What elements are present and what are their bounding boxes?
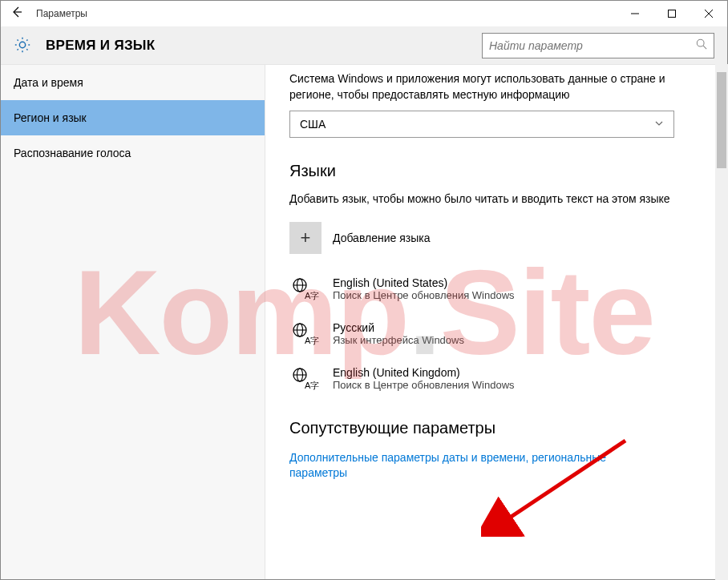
languages-description: Добавить язык, чтобы можно было читать и…: [289, 191, 703, 207]
body: Дата и время Регион и язык Распознавание…: [1, 65, 727, 579]
search-icon: [696, 38, 707, 52]
sidebar: Дата и время Регион и язык Распознавание…: [1, 65, 265, 579]
maximize-button[interactable]: [653, 1, 690, 26]
language-sub: Язык интерфейса Windows: [333, 334, 464, 346]
svg-text:A字: A字: [305, 291, 319, 300]
languages-heading: Языки: [289, 162, 703, 180]
plus-icon: +: [289, 222, 322, 254]
gear-icon: [14, 36, 33, 55]
chevron-down-icon: [654, 118, 664, 131]
language-item-en-us[interactable]: A字 English (United States) Поиск в Центр…: [289, 273, 703, 305]
language-name: English (United Kingdom): [333, 366, 515, 379]
language-icon: A字: [289, 365, 322, 393]
scrollbar-thumb[interactable]: [717, 72, 726, 168]
related-link[interactable]: Дополнительные параметры даты и времени,…: [289, 450, 642, 481]
region-dropdown[interactable]: США: [289, 111, 674, 138]
header: ВРЕМЯ И ЯЗЫК: [1, 26, 727, 65]
svg-rect-1: [669, 10, 676, 18]
language-item-en-gb[interactable]: A字 English (United Kingdom) Поиск в Цент…: [289, 363, 703, 395]
content: Система Windows и приложения могут испол…: [265, 65, 727, 579]
sidebar-item-speech[interactable]: Распознавание голоса: [1, 135, 265, 171]
add-language-button[interactable]: + Добавление языка: [289, 222, 703, 254]
related-heading: Сопутствующие параметры: [289, 419, 703, 437]
sidebar-item-region-language[interactable]: Регион и язык: [1, 100, 265, 135]
scrollbar[interactable]: [715, 64, 728, 580]
svg-text:A字: A字: [305, 336, 319, 345]
language-icon: A字: [289, 320, 322, 348]
region-description: Система Windows и приложения могут испол…: [289, 71, 703, 103]
close-button[interactable]: [690, 1, 727, 26]
window-title: Параметры: [33, 8, 617, 19]
language-sub: Поиск в Центре обновления Windows: [333, 379, 515, 391]
page-title: ВРЕМЯ И ЯЗЫК: [46, 38, 482, 54]
sidebar-item-date-time[interactable]: Дата и время: [1, 65, 265, 100]
titlebar: Параметры: [1, 1, 727, 26]
search-box[interactable]: [482, 33, 714, 58]
language-name: Русский: [333, 321, 464, 334]
svg-point-4: [697, 39, 704, 46]
region-dropdown-value: США: [300, 118, 326, 131]
related-section: Сопутствующие параметры Дополнительные п…: [289, 419, 703, 481]
settings-window: Параметры ВРЕМЯ И ЯЗЫК Дата и время Реги…: [0, 0, 728, 580]
language-item-ru[interactable]: A字 Русский Язык интерфейса Windows: [289, 318, 703, 350]
search-input[interactable]: [489, 39, 696, 52]
language-sub: Поиск в Центре обновления Windows: [333, 289, 515, 301]
svg-text:A字: A字: [305, 381, 319, 390]
minimize-button[interactable]: [617, 1, 653, 26]
language-icon: A字: [289, 275, 322, 304]
back-button[interactable]: [1, 6, 33, 22]
svg-line-5: [703, 46, 706, 49]
add-language-label: Добавление языка: [333, 232, 431, 244]
window-controls: [617, 1, 727, 26]
language-name: English (United States): [333, 276, 515, 289]
